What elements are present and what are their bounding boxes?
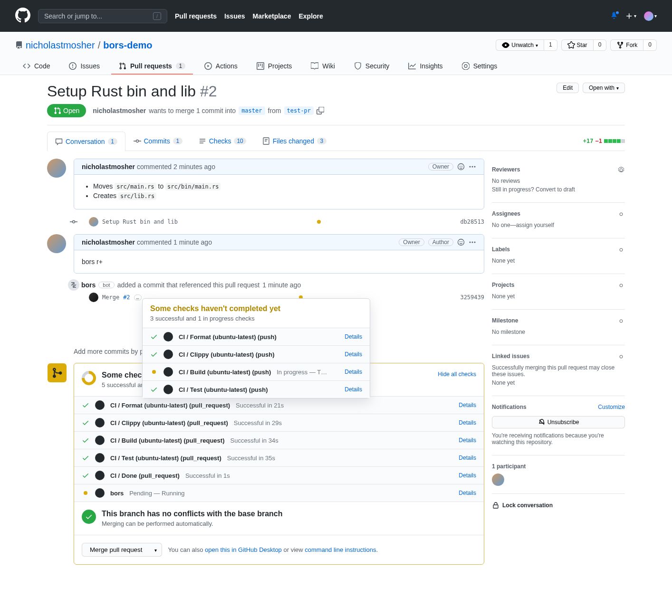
bell-slash-icon <box>538 418 546 426</box>
watch-count[interactable]: 1 <box>544 39 557 51</box>
search-input[interactable]: Search or jump to... / <box>38 9 167 23</box>
check-details-link[interactable]: Details <box>459 455 476 461</box>
add-dropdown[interactable]: ▾ <box>625 12 636 20</box>
emoji-icon[interactable] <box>457 238 465 246</box>
hide-checks-link[interactable]: Hide all checks <box>438 371 476 389</box>
comment-time[interactable]: 2 minutes ago <box>173 163 215 171</box>
commit-msg[interactable]: Setup Rust bin and lib <box>102 218 178 225</box>
check-details-link[interactable]: Details <box>459 419 476 426</box>
tab-conversation[interactable]: Conversation1 <box>47 132 125 151</box>
check-details-link[interactable]: Details <box>459 402 476 408</box>
sidebar-projects-title: Projects <box>492 282 514 289</box>
status-dot[interactable] <box>317 220 321 224</box>
svg-point-11 <box>461 241 462 242</box>
convert-draft-link[interactable]: Still in progress? Convert to draft <box>492 186 575 193</box>
gear-icon[interactable] <box>617 317 625 325</box>
nav-pulls[interactable]: Pull requests1 <box>111 58 193 75</box>
unsubscribe-button[interactable]: Unsubscribe <box>492 416 625 428</box>
star-count[interactable]: 0 <box>594 39 607 51</box>
emoji-icon[interactable] <box>457 163 465 171</box>
gear-icon[interactable] <box>617 166 625 174</box>
check-details-link[interactable]: Details <box>345 386 362 393</box>
assign-yourself-link[interactable]: No one—assign yourself <box>492 222 554 228</box>
repo-name[interactable]: bors-demo <box>103 40 152 50</box>
fork-count[interactable]: 0 <box>643 39 657 51</box>
sidebar-labels-title: Labels <box>492 246 510 254</box>
merge-dropdown[interactable]: ▾ <box>150 543 162 557</box>
tab-files[interactable]: Files changed3 <box>254 131 335 151</box>
gear-icon[interactable] <box>617 282 625 289</box>
check-name: CI / Build (ubuntu-latest) (pull_request… <box>110 437 225 444</box>
check-details-link[interactable]: Details <box>459 490 476 496</box>
comment-author[interactable]: nicholastmosher <box>82 163 135 171</box>
commit-sha[interactable]: db28513 <box>460 218 484 225</box>
edit-button[interactable]: Edit <box>557 83 579 93</box>
commit-sha[interactable]: 3259439 <box>460 294 484 301</box>
global-nav: Pull requests Issues Marketplace Explore <box>175 12 323 20</box>
event-time[interactable]: 1 minute ago <box>262 281 301 289</box>
avatar[interactable] <box>47 234 66 253</box>
kebab-icon[interactable] <box>469 163 476 171</box>
nav-insights[interactable]: Insights <box>401 58 450 75</box>
nav-wiki[interactable]: Wiki <box>303 58 342 75</box>
commit-ref[interactable]: #2 <box>123 294 130 301</box>
nav-explore[interactable]: Explore <box>298 12 323 20</box>
nav-projects[interactable]: Projects <box>249 58 300 75</box>
customize-link[interactable]: Customize <box>598 404 625 410</box>
check-pending-icon <box>150 370 158 374</box>
gear-icon[interactable] <box>617 246 625 254</box>
commit-event: Setup Rust bin and lib db28513 <box>47 217 484 227</box>
tab-checks[interactable]: Checks10 <box>191 131 254 151</box>
check-pending-icon <box>82 491 89 495</box>
nav-actions[interactable]: Actions <box>197 58 245 75</box>
repo-owner[interactable]: nicholastmosher <box>26 40 95 51</box>
open-with-button[interactable]: Open with ▾ <box>583 83 625 93</box>
repo-icon <box>15 41 23 49</box>
ellipsis-button[interactable]: … <box>134 294 142 301</box>
svg-point-2 <box>458 164 464 170</box>
star-button[interactable]: Star <box>561 39 594 51</box>
head-branch[interactable]: test-pr <box>284 106 314 115</box>
merge-button[interactable]: Merge pull request <box>82 543 150 557</box>
checks-popup: Some checks haven't completed yet 3 succ… <box>142 298 370 398</box>
event-actor[interactable]: bors <box>81 281 96 289</box>
github-icon <box>95 436 105 445</box>
fork-button[interactable]: Fork <box>610 39 643 51</box>
gear-icon[interactable] <box>617 210 625 218</box>
avatar[interactable] <box>47 159 66 178</box>
nav-security[interactable]: Security <box>346 58 397 75</box>
repo-header: nicholastmosher / bors-demo Unwatch ▾ 1 … <box>0 32 672 75</box>
notifications-icon[interactable] <box>610 11 618 20</box>
avatar[interactable] <box>89 217 98 227</box>
gear-icon[interactable] <box>617 353 625 360</box>
base-branch[interactable]: master <box>239 106 265 115</box>
comment-time[interactable]: 1 minute ago <box>173 238 212 246</box>
pr-author[interactable]: nicholastmosher <box>93 107 146 114</box>
comment-author[interactable]: nicholastmosher <box>82 238 135 246</box>
nav-pulls[interactable]: Pull requests <box>175 12 217 20</box>
watch-button[interactable]: Unwatch ▾ <box>496 39 544 51</box>
check-details-link[interactable]: Details <box>459 437 476 444</box>
check-details-link[interactable]: Details <box>345 369 362 375</box>
participant-avatar[interactable] <box>492 474 504 486</box>
check-details-link[interactable]: Details <box>345 351 362 358</box>
nav-issues[interactable]: Issues <box>61 58 107 75</box>
github-icon <box>163 367 173 377</box>
check-details-link[interactable]: Details <box>345 333 362 340</box>
avatar[interactable] <box>89 293 98 302</box>
copy-icon[interactable] <box>317 107 324 114</box>
notification-dot <box>615 10 620 15</box>
sidebar-milestone-title: Milestone <box>492 317 518 325</box>
check-details-link[interactable]: Details <box>459 472 476 479</box>
popup-title: Some checks haven't completed yet <box>150 304 362 313</box>
github-logo[interactable] <box>15 8 30 24</box>
nav-code[interactable]: Code <box>15 58 58 75</box>
kebab-icon[interactable] <box>469 238 476 246</box>
nav-issues[interactable]: Issues <box>224 12 245 20</box>
lock-conversation-link[interactable]: Lock conversation <box>492 502 625 509</box>
tab-commits[interactable]: Commits1 <box>125 131 191 151</box>
nav-settings[interactable]: Settings <box>454 58 505 75</box>
user-menu[interactable]: ▾ <box>644 11 657 21</box>
nav-marketplace[interactable]: Marketplace <box>253 12 291 20</box>
check-row: CI / Clippy (ubuntu-latest) (push)Detail… <box>143 345 370 363</box>
